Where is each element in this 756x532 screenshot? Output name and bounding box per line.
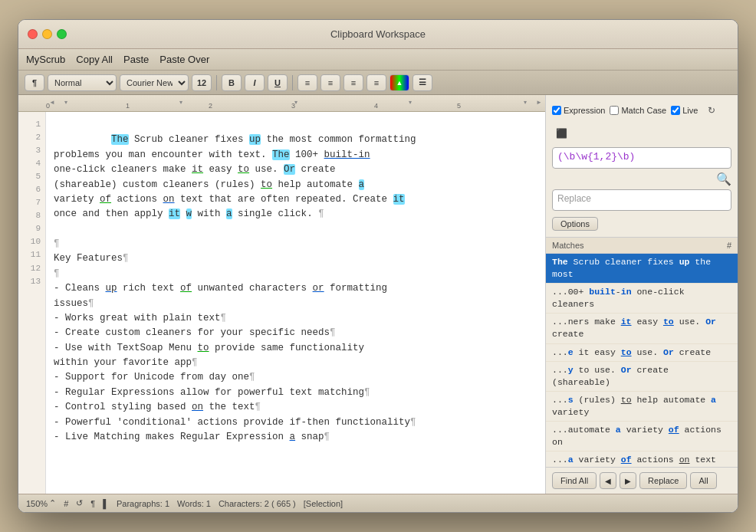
match-item-4[interactable]: ...y to use. Or create (shareable) — [546, 362, 738, 392]
align-right-btn[interactable]: ≡ — [343, 74, 363, 91]
menu-bar: MyScrub Copy All Paste Paste Over — [18, 49, 738, 71]
style-select[interactable]: Normal — [48, 74, 117, 91]
ul-it: it — [192, 164, 203, 175]
title-bar: Clipboard Workspace — [18, 20, 738, 49]
match-to3: to — [621, 395, 632, 405]
font-select[interactable]: Courier New — [120, 74, 189, 91]
menu-copy-all[interactable]: Copy All — [76, 54, 113, 65]
matches-title: Matches — [552, 241, 584, 250]
pilcrow-13: ¶ — [324, 432, 330, 442]
match-highlight-6: a — [616, 425, 621, 435]
line-12-text: - Powerful 'conditional' actions provide… — [54, 417, 416, 428]
match-highlight-2b: to — [663, 317, 674, 327]
ul-of2: of — [180, 283, 192, 294]
line-9-text: - Support for Unicode from day one¶ — [54, 372, 255, 383]
expression-option[interactable]: Expression — [552, 106, 605, 115]
close-button[interactable] — [28, 29, 38, 39]
match-item-1[interactable]: ...00+ built-in one-click cleaners — [546, 284, 738, 314]
line-num-1: 1 — [18, 118, 41, 131]
match-item-6[interactable]: ...automate a variety of actions on — [546, 422, 738, 452]
line-num-6: 6 — [18, 183, 41, 196]
match-case-option[interactable]: Match Case — [610, 106, 666, 115]
align-justify-btn[interactable]: ≡ — [366, 74, 386, 91]
list-btn[interactable]: ☰ — [413, 74, 432, 91]
find-all-button[interactable]: Find All — [552, 472, 597, 489]
menu-myscrub[interactable]: MyScrub — [26, 54, 65, 65]
next-match-button[interactable]: ▶ — [620, 472, 636, 489]
options-btn-row: Options — [552, 214, 731, 231]
replace-input[interactable]: Replace — [552, 189, 731, 211]
replace-button[interactable]: Replace — [639, 472, 687, 489]
ul-on2: on — [192, 402, 203, 412]
line-1-text: The Scrub cleaner fixes up the most comm… — [54, 134, 416, 219]
minimize-button[interactable] — [42, 29, 52, 39]
ruler-right-arrow: ► — [533, 97, 545, 107]
match-highlight-0: The — [552, 257, 568, 267]
match-item-7[interactable]: ...a variety of actions on text that are — [546, 452, 738, 467]
bold-btn[interactable]: B — [222, 74, 242, 91]
maximize-button[interactable] — [57, 29, 67, 39]
action-btn[interactable]: ⬛ — [552, 124, 570, 143]
pilcrow-1: ¶ — [318, 209, 324, 219]
underline-btn[interactable]: U — [268, 74, 288, 91]
highlight-a2: a — [226, 209, 232, 219]
match-highlight-3c: Or — [663, 347, 674, 357]
italic-btn[interactable]: I — [245, 74, 265, 91]
highlight-it2: it — [169, 209, 180, 219]
paragraph-btn[interactable]: ¶ — [25, 74, 44, 91]
matches-header-row: Matches # — [546, 238, 738, 254]
line-4-text: ¶ — [54, 268, 60, 279]
align-center-btn[interactable]: ≡ — [320, 74, 340, 91]
line-num-10: 10 — [18, 235, 41, 248]
prev-match-button[interactable]: ◀ — [600, 472, 616, 489]
find-actions: Find All ◀ ▶ Replace All — [546, 467, 738, 494]
highlight-the2: The — [272, 149, 290, 160]
match-highlight-5b: a — [711, 395, 716, 405]
match-text-1: ...00+ built-in one-click cleaners — [552, 287, 685, 309]
all-button[interactable]: All — [690, 472, 716, 489]
match-up: up — [679, 257, 690, 267]
separator-2 — [292, 75, 293, 90]
ul-of: of — [100, 194, 111, 205]
separator-1 — [216, 75, 217, 90]
refresh-btn[interactable]: ↻ — [702, 101, 721, 120]
editor-panel: 0 1 2 3 4 5 ◄ ▾ ▾ ▾ ▾ ▾ — [18, 95, 546, 494]
toolbar: ¶ Normal Courier New 12 B I U ≡ ≡ ≡ ≡ ▲ … — [18, 71, 738, 95]
text-area[interactable]: The Scrub cleaner fixes up the most comm… — [46, 112, 545, 494]
sidebar: Expression Match Case Live ↻ ⬛ (\b\w{ — [546, 95, 738, 494]
match-case-checkbox[interactable] — [610, 106, 619, 115]
highlight-or: Or — [284, 164, 295, 175]
pilcrow-5: ¶ — [88, 298, 94, 309]
align-left-btn[interactable]: ≡ — [297, 74, 317, 91]
ul-or: or — [313, 283, 324, 294]
menu-paste-over[interactable]: Paste Over — [159, 54, 209, 65]
menu-paste[interactable]: Paste — [123, 54, 149, 65]
live-option[interactable]: Live — [671, 106, 698, 115]
editor-content[interactable]: 1 2 3 4 5 6 7 8 9 10 11 — [18, 112, 545, 494]
match-case-label: Match Case — [621, 106, 666, 115]
match-item-0[interactable]: The Scrub cleaner fixes up the most — [546, 254, 738, 284]
search-icon-row: 🔍 — [552, 172, 731, 186]
expression-checkbox[interactable] — [552, 106, 561, 115]
find-input[interactable]: (\b\w{1,2}\b) — [552, 147, 731, 169]
live-checkbox[interactable] — [671, 106, 680, 115]
match-item-5[interactable]: ...s (rules) to help automate a variety — [546, 392, 738, 422]
paragraphs-stat: Paragraphs: 1 — [117, 499, 169, 508]
line-num-5: 5 — [18, 170, 41, 183]
match-highlight-6b: of — [669, 425, 679, 435]
color-btn[interactable]: ▲ — [390, 74, 409, 91]
match-item-2[interactable]: ...ners make it easy to use. Or create — [546, 314, 738, 343]
highlight-up: up — [249, 134, 261, 145]
line-num-7: 7 — [18, 196, 41, 209]
line-7-text: - Create custom cleaners for your specif… — [54, 327, 336, 338]
highlight-the: The — [111, 134, 129, 145]
ul-to3: to — [198, 343, 209, 353]
match-item-3[interactable]: ...e it easy to use. Or create — [546, 344, 738, 362]
font-size-btn[interactable]: 12 — [192, 74, 212, 91]
options-button[interactable]: Options — [552, 217, 598, 231]
highlight-a: a — [359, 179, 365, 190]
match-text-3: ...e it easy to use. Or create — [552, 347, 711, 357]
highlight-w: w — [186, 209, 192, 219]
matches-list[interactable]: The Scrub cleaner fixes up the most ...0… — [546, 254, 738, 467]
words-stat: Words: 1 — [177, 499, 211, 508]
